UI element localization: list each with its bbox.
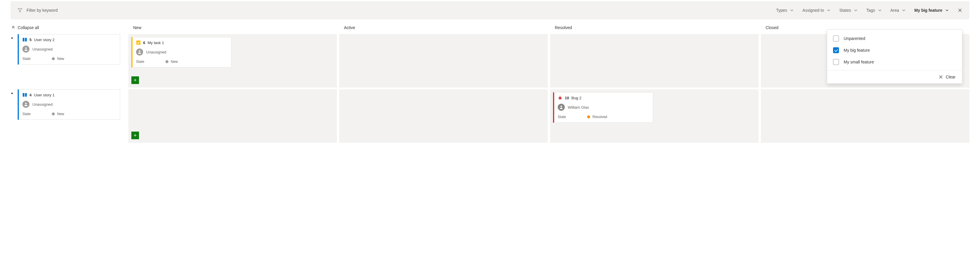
cell-new[interactable]: 6 My task 1 Unassigned State New — [128, 34, 337, 88]
close-icon — [939, 75, 943, 79]
svg-rect-0 — [23, 38, 24, 41]
avatar-icon — [22, 101, 29, 108]
dropdown-option-unparented[interactable]: Unparented — [827, 33, 962, 44]
svg-rect-5 — [23, 93, 24, 96]
work-item-card[interactable]: 10 Bug 2 William Glas State Resolved — [553, 92, 653, 123]
work-item-title: User story 2 — [34, 38, 54, 42]
swimlane-row: 4 User story 1 Unassigned State New + — [11, 89, 969, 143]
avatar-icon — [558, 104, 565, 111]
checkbox-checked-icon — [833, 47, 839, 53]
work-item-id: 10 — [565, 96, 569, 100]
state-value: New — [57, 112, 64, 116]
user-story-icon — [22, 93, 27, 97]
parent-card[interactable]: 4 User story 1 Unassigned State New — [18, 89, 120, 120]
parent-card[interactable]: 5 User story 2 Unassigned State New — [18, 34, 120, 65]
work-item-id: 5 — [29, 38, 32, 42]
assignee-label: Unassigned — [32, 47, 53, 51]
assignee-label: Unassigned — [32, 102, 53, 107]
task-icon — [136, 40, 141, 45]
filter-bar: Filter by keyword Types Assigned to Stat… — [11, 1, 969, 19]
chevron-down-icon — [827, 8, 830, 12]
state-dot-icon — [52, 112, 55, 115]
work-item-card[interactable]: 6 My task 1 Unassigned State New — [131, 37, 231, 68]
chevron-down-icon — [878, 8, 881, 12]
state-dot-icon — [165, 60, 169, 63]
avatar-icon — [22, 46, 29, 52]
work-item-title: My task 1 — [148, 41, 164, 45]
state-field-label: State — [136, 60, 165, 64]
close-filter-icon[interactable] — [958, 8, 963, 13]
filter-assigned-to[interactable]: Assigned to — [802, 8, 830, 13]
cell-active[interactable] — [339, 89, 548, 143]
user-story-icon — [22, 37, 27, 42]
state-dot-icon — [52, 57, 55, 60]
swimlane-expander[interactable] — [11, 92, 14, 95]
work-item-title: Bug 2 — [571, 96, 581, 100]
swimlane-row: 5 User story 2 Unassigned State New — [11, 34, 969, 88]
column-header-new: New — [128, 25, 337, 30]
assignee-label: William Glas — [568, 105, 589, 110]
parent-filter-dropdown: Unparented My big feature My small featu… — [827, 29, 963, 84]
add-item-button[interactable]: + — [131, 132, 139, 139]
filter-icon — [18, 8, 22, 13]
svg-rect-6 — [25, 93, 27, 96]
filter-states[interactable]: States — [839, 8, 858, 13]
state-field-label: State — [558, 115, 587, 119]
svg-point-9 — [561, 106, 562, 107]
chevron-down-icon — [902, 8, 905, 12]
filter-parent[interactable]: My big feature — [914, 8, 949, 13]
svg-point-2 — [25, 47, 27, 49]
dropdown-clear-button[interactable]: Clear — [827, 70, 962, 84]
add-item-button[interactable]: + — [131, 76, 139, 84]
cell-resolved[interactable]: 10 Bug 2 William Glas State Resolved — [550, 89, 759, 143]
cell-closed[interactable] — [761, 89, 969, 143]
filter-keyword-input[interactable]: Filter by keyword — [27, 8, 58, 13]
checkbox-icon — [833, 59, 839, 65]
dropdown-option-my-big-feature[interactable]: My big feature — [827, 44, 962, 56]
cell-new[interactable]: + — [128, 89, 337, 143]
svg-rect-3 — [136, 41, 140, 45]
work-item-id: 6 — [143, 41, 145, 45]
filter-area[interactable]: Area — [891, 8, 906, 13]
assignee-label: Unassigned — [146, 50, 166, 54]
state-value: Resolved — [592, 115, 607, 119]
svg-rect-1 — [25, 38, 27, 41]
state-value: New — [57, 57, 64, 61]
state-dot-icon — [587, 115, 590, 118]
chevron-down-icon — [790, 8, 794, 12]
avatar-icon — [136, 49, 143, 55]
column-header-resolved: Resolved — [550, 25, 759, 30]
chevron-down-icon — [945, 8, 949, 12]
filter-types[interactable]: Types — [776, 8, 794, 13]
swimlane-expander[interactable] — [11, 37, 14, 40]
state-value: New — [171, 60, 178, 64]
state-field-label: State — [22, 112, 52, 116]
collapse-all-button[interactable]: Collapse all — [11, 25, 39, 30]
collapse-icon — [11, 25, 15, 30]
svg-point-4 — [139, 51, 140, 52]
bug-icon — [558, 95, 562, 100]
column-header-active: Active — [339, 25, 548, 30]
dropdown-option-my-small-feature[interactable]: My small feature — [827, 56, 962, 68]
svg-point-7 — [25, 103, 27, 104]
cell-resolved[interactable] — [550, 34, 759, 88]
work-item-title: User story 1 — [34, 93, 54, 97]
filter-tags[interactable]: Tags — [866, 8, 881, 13]
cell-active[interactable] — [339, 34, 548, 88]
chevron-down-icon — [854, 8, 858, 12]
checkbox-icon — [833, 36, 839, 41]
work-item-id: 4 — [29, 93, 32, 97]
state-field-label: State — [22, 57, 52, 61]
